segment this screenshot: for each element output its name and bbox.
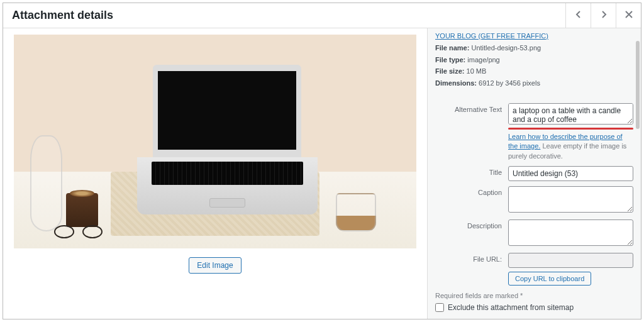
header-actions xyxy=(565,3,641,28)
attachment-details-modal: Attachment details xyxy=(3,3,641,319)
close-icon xyxy=(625,9,633,21)
alt-text-row: Alternative Text Learn how to describe t… xyxy=(435,103,633,161)
file-url-input[interactable] xyxy=(508,253,633,268)
meta-file-name: File name: Untitled-design-53.png xyxy=(435,42,633,54)
prev-button[interactable] xyxy=(565,3,591,28)
top-context-link[interactable]: YOUR BLOG (GET FREE TRAFFIC) xyxy=(435,32,633,40)
page-title: Attachment details xyxy=(12,9,113,22)
modal-body: Edit Image YOUR BLOG (GET FREE TRAFFIC) … xyxy=(3,28,641,319)
title-row: Title xyxy=(435,166,633,181)
edit-image-button[interactable]: Edit Image xyxy=(189,257,241,274)
description-input[interactable] xyxy=(508,219,633,246)
required-note: Required fields are marked * xyxy=(435,292,633,299)
copy-url-button[interactable]: Copy URL to clipboard xyxy=(508,272,591,286)
exclude-sitemap-checkbox[interactable] xyxy=(435,303,444,312)
scene-laptop xyxy=(147,65,308,214)
scene-glasses xyxy=(54,225,103,236)
chevron-left-icon xyxy=(575,9,582,21)
description-row: Description xyxy=(435,219,633,248)
title-input[interactable] xyxy=(508,166,633,181)
image-preview xyxy=(14,35,416,248)
modal-header: Attachment details xyxy=(3,3,641,28)
exclude-sitemap-label: Exclude this attachment from sitemap xyxy=(448,303,574,312)
scene-laptop-base xyxy=(137,157,318,214)
alt-text-label: Alternative Text xyxy=(435,103,502,113)
caption-input[interactable] xyxy=(508,186,633,213)
chevron-right-icon xyxy=(600,9,608,21)
image-pane: Edit Image xyxy=(3,28,427,319)
file-url-row: File URL: Copy URL to clipboard xyxy=(435,253,633,286)
scene-vase xyxy=(30,135,62,231)
exclude-sitemap-row: Exclude this attachment from sitemap xyxy=(435,303,633,312)
scene-trackpad xyxy=(209,198,245,207)
meta-dimensions: Dimensions: 6912 by 3456 pixels xyxy=(435,77,633,89)
alt-text-note: Learn how to describe the purpose of the… xyxy=(508,132,633,161)
title-label: Title xyxy=(435,166,502,176)
scene-cup xyxy=(336,193,376,231)
caption-row: Caption xyxy=(435,186,633,214)
caption-label: Caption xyxy=(435,186,502,196)
close-button[interactable] xyxy=(616,3,641,28)
scene-candle xyxy=(66,193,98,227)
scene-keyboard xyxy=(152,162,303,184)
meta-file-type: File type: image/png xyxy=(435,54,633,66)
details-sidebar[interactable]: YOUR BLOG (GET FREE TRAFFIC) File name: … xyxy=(427,28,641,319)
file-url-label: File URL: xyxy=(435,253,502,263)
scrollbar-thumb[interactable] xyxy=(636,41,640,129)
highlight-underline xyxy=(508,128,633,130)
description-label: Description xyxy=(435,219,502,230)
next-button[interactable] xyxy=(591,3,616,28)
alt-text-input[interactable] xyxy=(508,103,633,125)
meta-file-size: File size: 10 MB xyxy=(435,65,633,77)
scene-laptop-screen xyxy=(153,65,301,158)
